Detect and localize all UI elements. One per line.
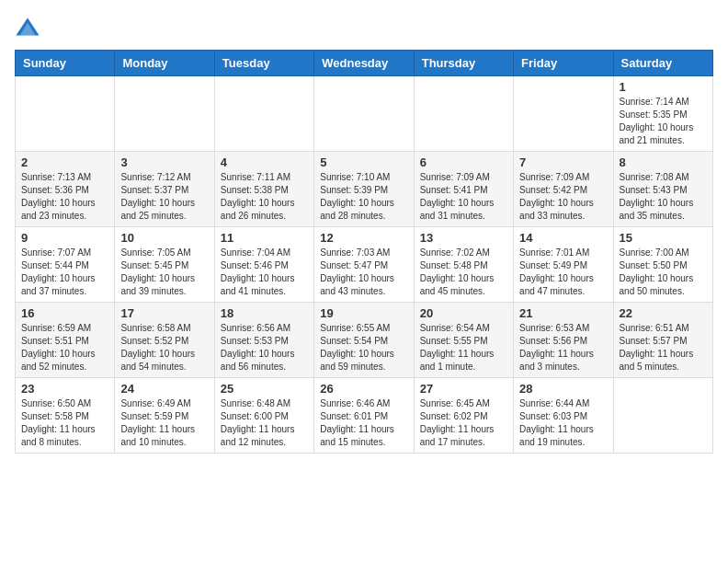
day-info: Sunrise: 7:14 AM Sunset: 5:35 PM Dayligh… xyxy=(620,96,707,147)
page-header xyxy=(15,15,713,40)
day-info: Sunrise: 7:09 AM Sunset: 5:41 PM Dayligh… xyxy=(420,171,507,223)
day-number: 19 xyxy=(320,306,407,320)
calendar-week-row: 1Sunrise: 7:14 AM Sunset: 5:35 PM Daylig… xyxy=(16,76,713,152)
day-info: Sunrise: 6:53 AM Sunset: 5:56 PM Dayligh… xyxy=(519,322,607,373)
calendar-table: SundayMondayTuesdayWednesdayThursdayFrid… xyxy=(15,50,713,454)
day-info: Sunrise: 7:01 AM Sunset: 5:49 PM Dayligh… xyxy=(519,247,607,298)
calendar-cell xyxy=(514,76,613,152)
calendar-cell: 27Sunrise: 6:45 AM Sunset: 6:02 PM Dayli… xyxy=(414,378,513,454)
day-number: 13 xyxy=(420,231,507,245)
day-number: 16 xyxy=(21,306,108,320)
calendar-cell: 9Sunrise: 7:07 AM Sunset: 5:44 PM Daylig… xyxy=(16,227,115,303)
calendar-cell xyxy=(16,76,115,152)
day-info: Sunrise: 6:46 AM Sunset: 6:01 PM Dayligh… xyxy=(320,397,407,449)
day-info: Sunrise: 7:03 AM Sunset: 5:47 PM Dayligh… xyxy=(320,247,407,298)
day-info: Sunrise: 7:02 AM Sunset: 5:48 PM Dayligh… xyxy=(420,247,507,298)
day-of-week-header: Thursday xyxy=(414,51,513,76)
calendar-cell: 1Sunrise: 7:14 AM Sunset: 5:35 PM Daylig… xyxy=(613,76,712,152)
day-number: 9 xyxy=(21,231,108,245)
day-number: 10 xyxy=(120,231,208,245)
day-info: Sunrise: 6:58 AM Sunset: 5:52 PM Dayligh… xyxy=(120,322,208,373)
calendar-cell: 18Sunrise: 6:56 AM Sunset: 5:53 PM Dayli… xyxy=(214,303,313,378)
calendar-cell: 21Sunrise: 6:53 AM Sunset: 5:56 PM Dayli… xyxy=(514,303,613,378)
day-info: Sunrise: 7:12 AM Sunset: 5:37 PM Dayligh… xyxy=(120,171,208,223)
logo-icon xyxy=(15,15,40,40)
calendar-week-row: 16Sunrise: 6:59 AM Sunset: 5:51 PM Dayli… xyxy=(16,303,713,378)
day-number: 26 xyxy=(320,382,407,396)
calendar-cell: 2Sunrise: 7:13 AM Sunset: 5:36 PM Daylig… xyxy=(16,152,115,227)
calendar-cell: 7Sunrise: 7:09 AM Sunset: 5:42 PM Daylig… xyxy=(514,152,613,227)
day-info: Sunrise: 7:05 AM Sunset: 5:45 PM Dayligh… xyxy=(120,247,208,298)
calendar-cell: 20Sunrise: 6:54 AM Sunset: 5:55 PM Dayli… xyxy=(414,303,513,378)
day-number: 17 xyxy=(120,306,208,320)
calendar-cell: 26Sunrise: 6:46 AM Sunset: 6:01 PM Dayli… xyxy=(314,378,414,454)
calendar-cell xyxy=(314,76,414,152)
calendar-cell: 10Sunrise: 7:05 AM Sunset: 5:45 PM Dayli… xyxy=(115,227,214,303)
day-info: Sunrise: 7:10 AM Sunset: 5:39 PM Dayligh… xyxy=(320,171,407,223)
day-number: 18 xyxy=(221,306,308,320)
calendar-cell xyxy=(414,76,513,152)
calendar-week-row: 9Sunrise: 7:07 AM Sunset: 5:44 PM Daylig… xyxy=(16,227,713,303)
calendar-cell: 16Sunrise: 6:59 AM Sunset: 5:51 PM Dayli… xyxy=(16,303,115,378)
day-info: Sunrise: 6:56 AM Sunset: 5:53 PM Dayligh… xyxy=(221,322,308,373)
day-info: Sunrise: 7:08 AM Sunset: 5:43 PM Dayligh… xyxy=(620,171,707,223)
day-info: Sunrise: 7:13 AM Sunset: 5:36 PM Dayligh… xyxy=(21,171,108,223)
day-of-week-header: Monday xyxy=(115,51,214,76)
day-number: 12 xyxy=(320,231,407,245)
day-number: 11 xyxy=(221,231,308,245)
day-number: 20 xyxy=(420,306,507,320)
day-number: 8 xyxy=(620,155,707,169)
day-number: 1 xyxy=(620,80,707,94)
day-number: 14 xyxy=(519,231,607,245)
calendar-cell: 6Sunrise: 7:09 AM Sunset: 5:41 PM Daylig… xyxy=(414,152,513,227)
day-number: 6 xyxy=(420,155,507,169)
day-info: Sunrise: 7:11 AM Sunset: 5:38 PM Dayligh… xyxy=(221,171,308,223)
day-number: 27 xyxy=(420,382,507,396)
day-info: Sunrise: 7:04 AM Sunset: 5:46 PM Dayligh… xyxy=(221,247,308,298)
calendar-cell: 17Sunrise: 6:58 AM Sunset: 5:52 PM Dayli… xyxy=(115,303,214,378)
calendar-cell: 4Sunrise: 7:11 AM Sunset: 5:38 PM Daylig… xyxy=(214,152,313,227)
day-info: Sunrise: 6:45 AM Sunset: 6:02 PM Dayligh… xyxy=(420,397,507,449)
calendar-cell: 8Sunrise: 7:08 AM Sunset: 5:43 PM Daylig… xyxy=(613,152,712,227)
calendar-cell xyxy=(214,76,313,152)
day-info: Sunrise: 6:51 AM Sunset: 5:57 PM Dayligh… xyxy=(620,322,707,373)
calendar-week-row: 2Sunrise: 7:13 AM Sunset: 5:36 PM Daylig… xyxy=(16,152,713,227)
logo xyxy=(15,15,44,40)
day-number: 24 xyxy=(120,382,208,396)
day-of-week-header: Wednesday xyxy=(314,51,414,76)
day-info: Sunrise: 7:09 AM Sunset: 5:42 PM Dayligh… xyxy=(519,171,607,223)
day-number: 2 xyxy=(21,155,108,169)
calendar-cell: 12Sunrise: 7:03 AM Sunset: 5:47 PM Dayli… xyxy=(314,227,414,303)
day-of-week-header: Sunday xyxy=(16,51,115,76)
day-number: 7 xyxy=(519,155,607,169)
day-number: 25 xyxy=(221,382,308,396)
calendar-cell: 24Sunrise: 6:49 AM Sunset: 5:59 PM Dayli… xyxy=(115,378,214,454)
calendar-cell: 19Sunrise: 6:55 AM Sunset: 5:54 PM Dayli… xyxy=(314,303,414,378)
calendar-cell: 23Sunrise: 6:50 AM Sunset: 5:58 PM Dayli… xyxy=(16,378,115,454)
day-info: Sunrise: 6:59 AM Sunset: 5:51 PM Dayligh… xyxy=(21,322,108,373)
day-info: Sunrise: 7:00 AM Sunset: 5:50 PM Dayligh… xyxy=(620,247,707,298)
day-number: 4 xyxy=(221,155,308,169)
day-of-week-header: Tuesday xyxy=(214,51,313,76)
day-info: Sunrise: 6:44 AM Sunset: 6:03 PM Dayligh… xyxy=(519,397,607,449)
calendar-cell: 22Sunrise: 6:51 AM Sunset: 5:57 PM Dayli… xyxy=(613,303,712,378)
day-number: 28 xyxy=(519,382,607,396)
calendar-cell: 14Sunrise: 7:01 AM Sunset: 5:49 PM Dayli… xyxy=(514,227,613,303)
day-number: 22 xyxy=(620,306,707,320)
calendar-cell: 3Sunrise: 7:12 AM Sunset: 5:37 PM Daylig… xyxy=(115,152,214,227)
calendar-cell xyxy=(613,378,712,454)
day-number: 3 xyxy=(120,155,208,169)
day-number: 5 xyxy=(320,155,407,169)
day-info: Sunrise: 6:49 AM Sunset: 5:59 PM Dayligh… xyxy=(120,397,208,449)
calendar-cell: 13Sunrise: 7:02 AM Sunset: 5:48 PM Dayli… xyxy=(414,227,513,303)
day-info: Sunrise: 6:55 AM Sunset: 5:54 PM Dayligh… xyxy=(320,322,407,373)
day-info: Sunrise: 7:07 AM Sunset: 5:44 PM Dayligh… xyxy=(21,247,108,298)
day-of-week-header: Saturday xyxy=(613,51,712,76)
calendar-cell: 15Sunrise: 7:00 AM Sunset: 5:50 PM Dayli… xyxy=(613,227,712,303)
calendar-cell: 28Sunrise: 6:44 AM Sunset: 6:03 PM Dayli… xyxy=(514,378,613,454)
day-number: 15 xyxy=(620,231,707,245)
day-number: 21 xyxy=(519,306,607,320)
day-of-week-header: Friday xyxy=(514,51,613,76)
calendar-cell: 25Sunrise: 6:48 AM Sunset: 6:00 PM Dayli… xyxy=(214,378,313,454)
calendar-cell: 5Sunrise: 7:10 AM Sunset: 5:39 PM Daylig… xyxy=(314,152,414,227)
